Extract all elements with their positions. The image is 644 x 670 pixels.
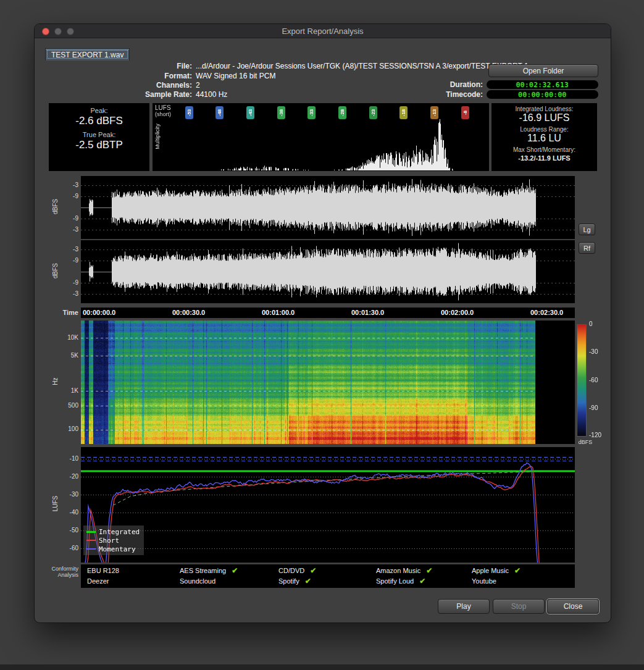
loudness-histogram-panel: LUFS (short) Multiplicity -53 -48 -43 -3… [153,103,489,171]
marker-label: -18 [401,109,406,117]
max-short-momentary-value: -13.2/-11.9 LUFS [491,154,597,162]
histogram-marker: -48 [215,106,224,119]
histogram-marker: -43 [246,106,254,119]
file-label: File: [69,62,192,70]
stop-button[interactable]: Stop [493,599,545,614]
play-button[interactable]: Play [438,599,490,614]
conformity-item-label: Deezer [87,577,109,585]
histogram-marker: -8 [461,106,469,119]
integrated-loudness-value: -16.9 LUFS [491,112,597,124]
loudness-range-label: Loudness Range: [491,126,597,133]
time-axis-label: Time [57,309,78,316]
true-peak-value: -2.5 dBTP [49,139,149,151]
db-tick-label: -3 [57,246,78,253]
db-tick-label: -3 [57,290,78,297]
conformity-item: Spotify Loud✔ [376,577,425,585]
rf-button[interactable]: Rf [579,242,595,254]
conformity-item: AES Streaming✔ [180,566,238,575]
histogram-marker: -33 [307,106,316,119]
spectrogram-colorbar [577,324,587,437]
sample-rate-label: Sample Rate: [69,90,192,99]
legend-row: Momentary [86,545,140,553]
lufs-tick-label: -60 [57,545,78,551]
conformity-item-label: AES Streaming [180,567,226,574]
momentary-line-swatch [86,548,96,550]
conformity-item-label: CD/DVD [278,567,304,574]
format-label: Format: [69,72,192,80]
lufs-tick-label: -10 [57,455,78,462]
conformity-label-line1: Conformity [41,566,78,572]
db-tick-label: -9 [57,279,78,286]
db-tick-label: -3 [57,226,78,233]
conformity-item-label: Apple Music [472,567,509,574]
histogram-subtitle: (short) [155,111,171,117]
freq-tick-label: 100 [57,425,78,432]
tab-test-export[interactable]: TEST EXPORT 1.wav [45,48,130,61]
conformity-item-label: Spotify Loud [376,577,414,585]
check-icon: ✔ [426,566,432,575]
marker-label: -13 [432,109,437,117]
short-line-swatch [86,540,96,541]
conformity-item: Spotify✔ [278,577,311,585]
conformity-item: CD/DVD✔ [278,566,316,575]
lg-button[interactable]: Lg [579,224,595,235]
true-peak-label: True Peak: [49,131,149,138]
colorbar-tick-label: -60 [589,377,598,383]
format-value: WAV Signed 16 bit PCM [196,72,275,80]
lufs-tick-label: -20 [57,473,78,480]
peak-panel: Peak: -2.6 dBFS True Peak: -2.5 dBTP [49,103,149,171]
integrated-line-swatch [86,531,96,533]
sample-rate-value: 44100 Hz [196,90,227,99]
desktop-background: Export Report/Analysis TEST EXPORT 1.wav… [0,0,644,670]
window-title: Export Report/Analysis [35,27,611,36]
histogram-marker: -53 [185,106,193,119]
histogram-marker: -18 [399,106,408,119]
histogram-marker: -38 [277,106,285,119]
close-button[interactable]: Close [547,599,599,614]
integrated-loudness-label: Integrated Loudness: [491,106,597,112]
timecode-label: Timecode: [409,90,483,99]
lufs-tick-label: -30 [57,491,78,498]
peak-label: Peak: [49,107,149,114]
db-tick-label: -9 [57,193,78,199]
conformity-item-label: Amazon Music [376,567,420,574]
conformity-panel: EBU R128 Deezer AES Streaming✔ Soundclou… [81,564,575,588]
time-tick: 00:01:30.0 [351,309,384,316]
conformity-item: Amazon Music✔ [376,566,432,575]
legend-label: Momentary [99,545,136,553]
marker-label: -38 [278,109,284,117]
db-tick-label: -9 [57,257,78,264]
conformity-item: Deezer [87,577,114,585]
export-report-window: Export Report/Analysis TEST EXPORT 1.wav… [34,23,611,623]
marker-label: -48 [217,109,222,117]
waveform-left-channel [81,176,575,239]
marker-label: -28 [340,109,345,117]
spectrogram [81,320,575,444]
marker-label: -53 [186,109,192,117]
histogram-marker: -23 [369,106,377,119]
open-folder-button[interactable]: Open Folder [488,64,598,77]
histogram-marker: -13 [430,106,438,119]
marker-label: -43 [248,109,253,117]
channels-label: Channels: [69,81,192,90]
duration-value: 00:02:32.613 [487,80,598,89]
timecode-value: 00:00:00:00 [487,90,598,99]
time-tick: 00:00:30.0 [172,309,205,316]
conformity-item: Apple Music✔ [472,566,521,575]
check-icon: ✔ [305,577,311,585]
conformity-item-label: Spotify [278,577,299,585]
colorbar-tick-label: -30 [589,348,598,355]
marker-label: -33 [309,109,314,117]
max-short-momentary-label: Max Short/Momentary: [491,146,597,153]
check-icon: ✔ [419,577,425,585]
histogram-marker: -28 [338,106,346,119]
conformity-item: Soundcloud [180,577,221,585]
titlebar[interactable]: Export Report/Analysis [35,24,611,38]
integrated-loudness-panel: Integrated Loudness: -16.9 LUFS Loudness… [491,103,597,171]
duration-label: Duration: [409,80,483,89]
freq-tick-label: 10K [57,334,78,341]
conformity-item-label: Youtube [472,577,496,585]
conformity-label-line2: Analysis [41,572,78,578]
marker-label: -8 [462,111,468,115]
conformity-item-label: EBU R128 [87,567,119,574]
